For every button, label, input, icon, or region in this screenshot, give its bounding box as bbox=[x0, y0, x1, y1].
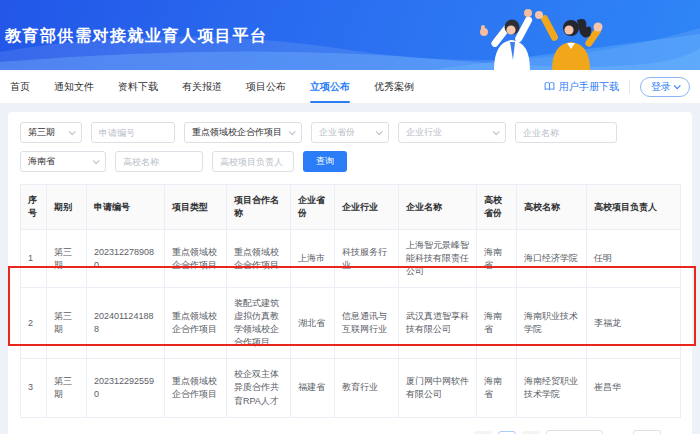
book-icon bbox=[544, 81, 555, 92]
col-header: 期别 bbox=[47, 185, 87, 230]
table-header-row: 序号 期别 申请编号 项目类型 项目合作名称 企业省份 企业行业 企业名称 高校… bbox=[21, 185, 681, 230]
col-header: 项目合作名称 bbox=[227, 185, 291, 230]
login-label: 登录 bbox=[651, 80, 671, 94]
college-leader-input[interactable] bbox=[212, 151, 294, 172]
highfive-illustration bbox=[432, 0, 662, 70]
cell: 重点领域校企合作项目 bbox=[165, 230, 227, 288]
cell: 1 bbox=[21, 230, 47, 288]
col-header: 企业省份 bbox=[291, 185, 335, 230]
cell: 武汉真道智享科技有限公司 bbox=[399, 288, 477, 359]
company-industry-select[interactable]: 企业行业 bbox=[398, 122, 506, 143]
period-select[interactable]: 第三期 bbox=[20, 122, 82, 143]
cell: 任明 bbox=[587, 230, 681, 288]
chevron-down-icon bbox=[674, 82, 681, 89]
chevron-down-icon bbox=[289, 128, 296, 135]
nav-item-project-publish[interactable]: 项目公布 bbox=[246, 70, 286, 103]
cell: 海南职业技术学院 bbox=[517, 288, 587, 359]
content-area: 第三期 重点领域校企合作项目 企业省份 企业行业 海南省 查询 bbox=[0, 104, 700, 434]
company-industry-placeholder: 企业行业 bbox=[406, 126, 442, 139]
nav-item-downloads[interactable]: 资料下载 bbox=[118, 70, 158, 103]
cell: 第三期 bbox=[47, 359, 87, 417]
pagination: 共 3 条 1 10 条/页 跳至 页 bbox=[20, 430, 680, 434]
page-title: 教育部供需对接就业育人项目平台 bbox=[5, 26, 268, 47]
cell: 2023122789080 bbox=[87, 230, 165, 288]
main-nav: 首页 通知文件 资料下载 有关报道 项目公布 立项公布 优秀案例 用户手册下载 … bbox=[0, 70, 700, 104]
cell: 厦门网中网软件有限公司 bbox=[399, 359, 477, 417]
search-button[interactable]: 查询 bbox=[303, 151, 347, 172]
nav-item-reports[interactable]: 有关报道 bbox=[182, 70, 222, 103]
filter-row-2: 海南省 查询 bbox=[20, 151, 680, 172]
table-row-highlighted: 2 第三期 2024011241888 重点领域校企合作项目 装配式建筑虚拟仿真… bbox=[21, 288, 681, 359]
cell: 重点领域校企合作项目 bbox=[165, 359, 227, 417]
chevron-down-icon bbox=[93, 157, 100, 164]
company-name-input[interactable] bbox=[515, 122, 617, 143]
col-header: 高校省份 bbox=[477, 185, 517, 230]
cell: 第三期 bbox=[47, 288, 87, 359]
col-header: 申请编号 bbox=[87, 185, 165, 230]
prev-page-button[interactable] bbox=[474, 431, 492, 434]
projects-table: 序号 期别 申请编号 项目类型 项目合作名称 企业省份 企业行业 企业名称 高校… bbox=[20, 184, 681, 418]
cell: 2024011241888 bbox=[87, 288, 165, 359]
col-header: 企业名称 bbox=[399, 185, 477, 230]
cell: 2023122925590 bbox=[87, 359, 165, 417]
chevron-down-icon bbox=[376, 128, 383, 135]
college-name-input[interactable] bbox=[115, 151, 203, 172]
cell: 上海智元景峰智能科技有限责任公司 bbox=[399, 230, 477, 288]
col-header: 高校名称 bbox=[517, 185, 587, 230]
project-type-select-value: 重点领域校企合作项目 bbox=[192, 126, 282, 139]
company-province-select[interactable]: 企业省份 bbox=[311, 122, 389, 143]
cell: 3 bbox=[21, 359, 47, 417]
nav-item-cases[interactable]: 优秀案例 bbox=[374, 70, 414, 103]
user-manual-link[interactable]: 用户手册下载 bbox=[544, 80, 619, 94]
chevron-down-icon bbox=[493, 128, 500, 135]
company-province-placeholder: 企业省份 bbox=[319, 126, 355, 139]
nav-item-home[interactable]: 首页 bbox=[10, 70, 30, 103]
page-size-select[interactable]: 10 条/页 bbox=[546, 430, 603, 434]
col-header: 项目类型 bbox=[165, 185, 227, 230]
cell: 第三期 bbox=[47, 230, 87, 288]
col-header: 高校项目负责人 bbox=[587, 185, 681, 230]
login-button[interactable]: 登录 bbox=[640, 77, 690, 97]
cell: 湖北省 bbox=[291, 288, 335, 359]
cell: 2 bbox=[21, 288, 47, 359]
cell: 上海市 bbox=[291, 230, 335, 288]
table-row: 3 第三期 2023122925590 重点领域校企合作项目 校企双主体异质合作… bbox=[21, 359, 681, 417]
cell: 教育行业 bbox=[335, 359, 399, 417]
divider bbox=[629, 80, 630, 94]
nav-item-notices[interactable]: 通知文件 bbox=[54, 70, 94, 103]
cell: 海南省 bbox=[477, 288, 517, 359]
cell: 福建省 bbox=[291, 359, 335, 417]
results-card: 第三期 重点领域校企合作项目 企业省份 企业行业 海南省 查询 bbox=[8, 112, 692, 434]
cell: 海南省 bbox=[477, 230, 517, 288]
col-header: 序号 bbox=[21, 185, 47, 230]
cell: 崔昌华 bbox=[587, 359, 681, 417]
cell: 装配式建筑虚拟仿真教学领域校企合作项目 bbox=[227, 288, 291, 359]
cell: 重点领域校企合作项目 bbox=[165, 288, 227, 359]
nav-item-approval-publish[interactable]: 立项公布 bbox=[310, 70, 350, 103]
college-province-value: 海南省 bbox=[28, 155, 55, 168]
cell: 信息通讯与互联网行业 bbox=[335, 288, 399, 359]
banner: 教育部供需对接就业育人项目平台 bbox=[0, 0, 700, 70]
chevron-down-icon bbox=[69, 128, 76, 135]
next-page-button[interactable] bbox=[522, 431, 540, 434]
page-number-button[interactable]: 1 bbox=[498, 431, 516, 434]
project-type-select[interactable]: 重点领域校企合作项目 bbox=[184, 122, 302, 143]
filter-row-1: 第三期 重点领域校企合作项目 企业省份 企业行业 bbox=[20, 122, 680, 143]
user-manual-label: 用户手册下载 bbox=[559, 80, 619, 94]
apply-no-input[interactable] bbox=[91, 122, 175, 143]
cell: 科技服务行业 bbox=[335, 230, 399, 288]
cell: 海南经贸职业技术学院 bbox=[517, 359, 587, 417]
cell: 海口经济学院 bbox=[517, 230, 587, 288]
college-province-select[interactable]: 海南省 bbox=[20, 151, 106, 172]
cell: 李福龙 bbox=[587, 288, 681, 359]
cell: 海南省 bbox=[477, 359, 517, 417]
cell: 校企双主体异质合作共育RPA人才 bbox=[227, 359, 291, 417]
nav-menu: 首页 通知文件 资料下载 有关报道 项目公布 立项公布 优秀案例 bbox=[10, 70, 414, 103]
table-row: 1 第三期 2023122789080 重点领域校企合作项目 重点领域校企合作项… bbox=[21, 230, 681, 288]
nav-right: 用户手册下载 登录 bbox=[544, 70, 690, 103]
col-header: 企业行业 bbox=[335, 185, 399, 230]
period-select-value: 第三期 bbox=[28, 126, 55, 139]
cell: 重点领域校企合作项目 bbox=[227, 230, 291, 288]
jump-page-input[interactable] bbox=[633, 430, 661, 434]
